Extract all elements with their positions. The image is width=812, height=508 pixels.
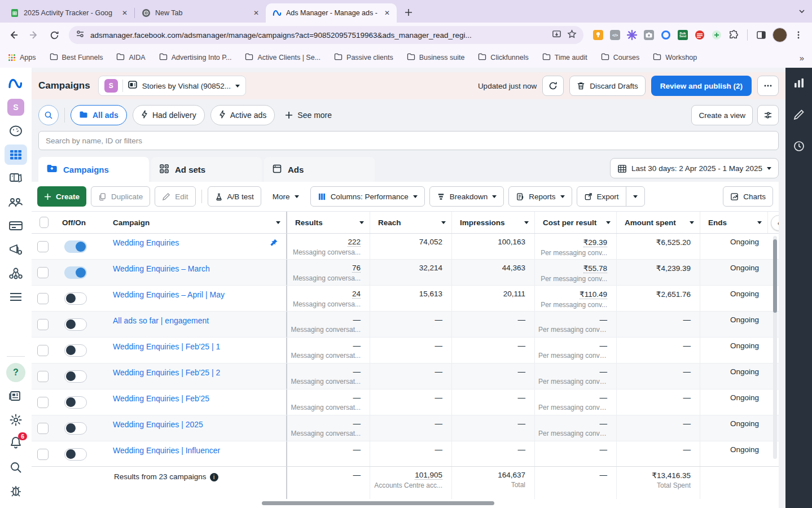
browser-tab-1[interactable]: New Tab ✕ [135,3,266,23]
bookmark-item[interactable]: Courses [601,53,640,62]
tab-close-icon[interactable]: ✕ [382,8,392,18]
edit-pencil-icon[interactable] [793,108,805,123]
breakdown-button[interactable]: Breakdown [429,186,504,207]
column-header-cost-per-result[interactable]: Cost per result [535,212,617,233]
bookmark-item[interactable]: Active Clients | Se... [245,53,321,62]
ads-settings-icon[interactable] [5,239,27,260]
apps-shortcut[interactable]: Apps [8,54,36,62]
green-plus-extension-icon[interactable] [711,29,722,41]
install-icon[interactable] [552,29,561,41]
date-range-selector[interactable]: Last 30 days: 2 Apr 2025 - 1 May 2025 [610,158,779,178]
row-checkbox[interactable] [37,267,49,278]
all-tools-icon[interactable] [5,287,27,307]
row-checkbox[interactable] [37,293,49,304]
campaign-name-link[interactable]: Wedding Enquiries | Feb'25 | 1 [113,342,220,351]
campaign-name-link[interactable]: Wedding Enquiries – April | May [113,290,225,299]
tab-ad-sets[interactable]: Ad sets [151,157,262,182]
export-button[interactable]: Export [577,187,626,206]
campaign-name-link[interactable]: Wedding Enquiries | Feb'25 | 2 [113,368,220,377]
blue-ring-extension-icon[interactable] [660,29,671,41]
campaign-name-link[interactable]: Wedding Enquiries | 2025 [113,420,203,429]
bookmark-item[interactable]: Advertising Into P... [159,53,232,62]
row-checkbox[interactable] [37,241,49,252]
more-options-button[interactable] [757,76,779,96]
audiences-icon[interactable] [5,192,27,212]
code-extension-icon[interactable]: </> [609,29,621,41]
horizontal-scrollbar[interactable] [32,499,779,508]
bookmark-item[interactable]: Best Funnels [50,53,103,62]
bookmark-item[interactable]: Passive clients [334,53,393,62]
campaign-name-link[interactable]: Wedding Enquiries | Influencer [113,446,220,455]
discard-drafts-button[interactable]: Discard Drafts [569,76,646,96]
column-header-campaign frozen[interactable]: Campaign [105,212,287,233]
header-select-all[interactable] [32,212,54,233]
export-options-caret[interactable] [626,187,644,206]
notifications-icon[interactable]: 6 [5,433,27,454]
row-checkbox[interactable] [37,397,49,408]
tab-ads[interactable]: Ads [264,157,375,182]
bug-report-icon[interactable] [5,481,27,501]
campaign-toggle[interactable] [64,422,87,435]
column-header-reach[interactable]: Reach [370,212,452,233]
row-checkbox[interactable] [37,319,49,330]
account-overview-icon[interactable] [5,121,27,141]
campaign-toggle[interactable] [64,344,87,357]
vertical-scrollbar-thumb[interactable] [773,239,777,313]
create-button[interactable]: Create [37,186,86,207]
more-button[interactable]: More [266,186,306,207]
starburst-extension-icon[interactable] [626,29,638,41]
camera-extension-icon[interactable] [643,29,655,41]
info-icon[interactable]: i [210,473,218,481]
browser-tab-2[interactable]: Ads Manager - Manage ads - ✕ [266,3,397,23]
tab-close-icon[interactable]: ✕ [120,8,130,18]
bookmark-item[interactable]: Workshop [653,53,697,62]
campaign-name-link[interactable]: Wedding Enquiries – March [113,264,210,273]
create-view-button[interactable]: Create a view [691,105,753,125]
browser-menu-icon[interactable] [789,26,807,44]
ad-account-selector[interactable]: S Stories by Vishal (90852... [98,76,246,96]
row-checkbox[interactable] [37,449,49,460]
campaign-name-link[interactable]: Wedding Enquiries [113,238,179,247]
filter-pill-had-delivery[interactable]: Had delivery [133,105,205,125]
search-icon[interactable] [5,457,27,478]
select-all-checkbox[interactable] [39,217,49,228]
site-settings-icon[interactable] [76,29,85,41]
reports-button[interactable]: Reports [508,186,572,207]
campaign-toggle[interactable] [64,292,87,305]
lamp-extension-icon[interactable] [592,29,604,41]
events-manager-icon[interactable] [5,263,27,283]
tab-campaigns[interactable]: Campaigns [38,157,149,182]
new-tab-button[interactable] [401,5,416,20]
search-input[interactable] [38,131,779,150]
row-checkbox[interactable] [37,423,49,434]
red-stripes-extension-icon[interactable] [694,29,705,41]
back-button[interactable] [5,26,23,44]
insights-chart-icon[interactable] [793,77,805,91]
bookmark-item[interactable]: Business suite [407,53,465,62]
campaign-toggle[interactable] [64,448,87,461]
campaign-name-link[interactable]: All ads so far | engagement [113,316,209,325]
business-avatar[interactable]: S [5,97,27,117]
bookmark-item[interactable]: AIDA [116,53,145,62]
charts-button[interactable]: Charts [723,186,773,207]
campaign-toggle[interactable] [64,240,87,253]
filter-pill-all-ads[interactable]: All ads [71,105,127,125]
billing-icon[interactable] [5,216,27,236]
column-header-impressions[interactable]: Impressions [452,212,535,233]
campaign-toggle[interactable] [64,266,87,279]
filter-search-button[interactable] [38,105,59,125]
horizontal-scrollbar-thumb[interactable] [262,501,494,505]
row-checkbox[interactable] [37,345,49,356]
edit-button[interactable]: Edit [155,186,195,207]
view-settings-button[interactable] [757,105,779,125]
bookmark-item[interactable]: Clickfunnels [478,53,528,62]
duplicate-button[interactable]: Duplicate [91,186,150,207]
filter-pill-active-ads[interactable]: Active ads [210,105,275,125]
refresh-button[interactable] [542,76,564,96]
campaign-toggle[interactable] [64,318,87,331]
bookmark-item[interactable]: Time audit [542,53,587,62]
campaign-name-link[interactable]: Wedding Enquiries | Feb'25 [113,394,209,403]
side-panel-icon[interactable] [752,26,770,44]
browser-tab-0[interactable]: 2025 Activity Tracker - Goog ✕ [3,3,134,23]
help-icon[interactable]: ? [5,362,27,383]
